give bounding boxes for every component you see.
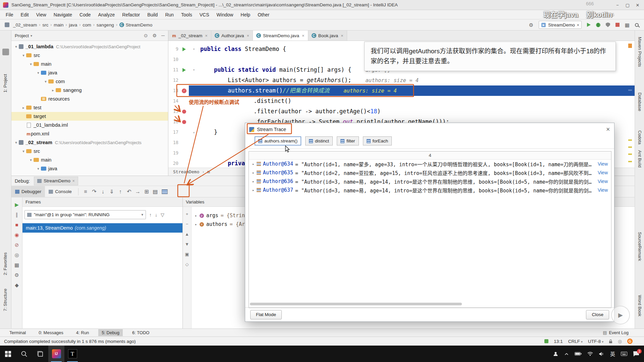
tools-icon[interactable]: ⚙ — [529, 22, 533, 27]
view-link[interactable]: View — [598, 161, 608, 167]
editor-tab-StreamDemo.java[interactable]: CStreamDemo.java× — [253, 31, 308, 41]
encoding-selector[interactable]: UTF-8▾ — [588, 339, 603, 344]
background-task-icon[interactable] — [544, 339, 548, 343]
tool-button-0-messages[interactable]: 0: Messages — [35, 329, 67, 336]
breadcrumb-item-main[interactable]: main — [54, 22, 63, 27]
breadcrumb-item-java[interactable]: java — [69, 22, 77, 27]
stream-trace-row-3[interactable]: ▸Author@636 = "Author(id=3, name=易, age=… — [249, 177, 611, 186]
resume-button[interactable]: ▶ — [15, 202, 19, 207]
debug-view-tab-debugger[interactable]: Debugger — [11, 186, 45, 197]
menu-item-edit[interactable]: Edit — [17, 10, 33, 19]
settings-gear-icon[interactable]: ⚙ — [14, 273, 19, 278]
tree-item-com[interactable]: ▾com — [11, 77, 168, 86]
menu-item-vcs[interactable]: VCS — [196, 10, 213, 19]
tree-chevron-icon[interactable]: ▾ — [21, 149, 26, 154]
dialog-title-bar[interactable]: Stream Trace — [245, 123, 614, 136]
tree-chevron-icon[interactable]: ▾ — [13, 140, 19, 145]
tool-button-5-debug[interactable]: 5: Debug — [98, 329, 123, 336]
run-line-icon[interactable] — [180, 65, 189, 75]
tree-item-pom.xml[interactable]: mpom.xml — [11, 129, 168, 138]
volume-icon[interactable] — [599, 352, 604, 356]
step-into-icon[interactable]: ↓ — [99, 189, 107, 195]
tab-close-icon[interactable]: × — [302, 33, 305, 38]
editor-tab-Author.java[interactable]: CAuthor.java× — [211, 31, 253, 41]
tool-button-4-run[interactable]: 4: Run — [73, 329, 92, 336]
show-watches-icon[interactable]: ◇ — [185, 262, 189, 267]
menu-item-other[interactable]: Other — [254, 10, 273, 19]
tree-item-src[interactable]: ▾src — [11, 51, 168, 60]
chevron-right-icon[interactable]: ▸ — [252, 179, 255, 184]
tree-item-main[interactable]: ▾main — [11, 60, 168, 68]
tool-button-ant-build[interactable]: Ant Build — [637, 150, 642, 168]
thread-dropdown[interactable]: "main"@1 in group "main": RUNNING ▾ — [24, 210, 146, 219]
breakpoint-icon[interactable] — [180, 117, 189, 127]
fold-marker-icon[interactable]: ▴ — [190, 127, 198, 137]
run-configuration-select[interactable]: ▶ StreamDemo ▾ — [539, 21, 582, 29]
step-out-icon[interactable]: ↑ — [116, 189, 125, 195]
editor-tab-Book.java[interactable]: CBook.java× — [308, 31, 347, 41]
chevron-right-icon[interactable]: ▸ — [252, 171, 255, 175]
scroll-marker[interactable] — [628, 161, 632, 162]
caret-position[interactable]: 13:1 — [554, 339, 562, 344]
stream-tab-distinct[interactable]: distinct — [305, 136, 333, 145]
task-view-icon[interactable] — [32, 346, 48, 362]
battery-icon[interactable] — [575, 352, 582, 356]
line-ending-selector[interactable]: CRLF▾ — [568, 339, 583, 344]
chevron-right-icon[interactable]: ▸ — [252, 188, 255, 192]
tree-chevron-icon[interactable]: ▸ — [50, 88, 56, 93]
layout-settings-icon[interactable]: ▦ — [14, 262, 19, 267]
stop-button[interactable] — [615, 23, 620, 27]
debug-view-tab-console[interactable]: Console — [45, 186, 75, 197]
tree-item-java[interactable]: ▾java — [11, 164, 168, 173]
lock-icon[interactable] — [609, 339, 612, 344]
scroll-marker[interactable] — [628, 139, 632, 141]
view-link[interactable]: View — [598, 170, 608, 175]
editor-tab-_02_stream[interactable]: m_02_stream× — [168, 31, 211, 41]
tab-close-icon[interactable]: × — [72, 179, 75, 183]
flat-mode-button[interactable]: Flat Mode — [250, 310, 282, 319]
minimize-button[interactable]: − — [612, 0, 623, 10]
menu-item-analyze[interactable]: Analyze — [95, 10, 119, 19]
tool-button-word-book[interactable]: Word Book — [637, 295, 642, 316]
breakpoint-icon[interactable] — [180, 106, 189, 117]
chevron-right-icon[interactable]: ▸ — [195, 214, 197, 218]
plugin-icon[interactable]: G — [627, 339, 633, 344]
stream-tab-filter[interactable]: filter — [337, 136, 359, 145]
gear-icon[interactable]: ⚙ — [153, 33, 157, 38]
show-execution-point-icon[interactable]: ≡ — [81, 189, 90, 195]
tool-button-terminal[interactable]: Terminal — [6, 329, 29, 336]
stream-tab-authors.stream()[interactable]: authors.stream() — [255, 136, 301, 145]
view-as-table-icon[interactable]: ▤ — [151, 188, 160, 195]
scroll-marker[interactable] — [628, 154, 632, 155]
chevron-up-icon[interactable] — [564, 352, 569, 356]
tab-close-icon[interactable]: × — [341, 33, 343, 38]
fold-marker-icon[interactable]: ▾ — [190, 44, 198, 54]
menu-item-window[interactable]: Window — [213, 10, 237, 19]
tool-button-database[interactable]: Database — [637, 93, 642, 111]
stream-trace-row-1[interactable]: ▸Author@634 = "Author(id=1, name=蒙多, age… — [249, 160, 611, 168]
evaluate-expression-icon[interactable]: ⊞ — [142, 188, 151, 195]
tool-window-icon[interactable] — [2, 49, 9, 55]
mute-breakpoints-button[interactable]: ⊘ — [15, 242, 19, 247]
duplicate-icon[interactable]: ▣ — [185, 252, 189, 257]
tree-item-src[interactable]: ▾src — [11, 147, 168, 156]
stream-trace-button[interactable] — [162, 189, 168, 194]
network-icon[interactable] — [587, 352, 593, 356]
close-dialog-button[interactable]: Close — [586, 310, 609, 319]
breadcrumb-item-com[interactable]: com — [83, 22, 91, 27]
menu-item-code[interactable]: Code — [76, 10, 94, 19]
tab-close-icon[interactable]: × — [205, 33, 208, 38]
tool-button-sourceremark[interactable]: SourceRemark — [637, 232, 642, 261]
pin-icon[interactable]: ◆ — [15, 283, 19, 288]
stream-trace-row-2[interactable]: ▸Author@635 = "Author(id=2, name=亚拉索, ag… — [249, 168, 611, 177]
menu-item-help[interactable]: Help — [237, 10, 254, 19]
screen-record-button[interactable]: ▶ — [611, 306, 630, 324]
breadcrumb-item-StreamDemo[interactable]: CStreamDemo — [119, 22, 153, 27]
frame-up-icon[interactable]: ↑ — [149, 212, 152, 218]
tree-item-_02_stream[interactable]: ▾_02_streamC:\Users\root\IdeaProjects\Sa… — [11, 138, 168, 147]
stack-frame-item[interactable]: main:13, StreamDemo (com.sangeng) — [22, 223, 182, 233]
taskbar-typora-icon[interactable]: T — [64, 346, 80, 362]
view-breakpoints-button[interactable]: ◉ — [14, 232, 19, 237]
tree-chevron-icon[interactable]: ▾ — [36, 71, 41, 75]
tree-item-_01_lambda.iml[interactable]: _01_lambda.iml — [11, 121, 168, 129]
